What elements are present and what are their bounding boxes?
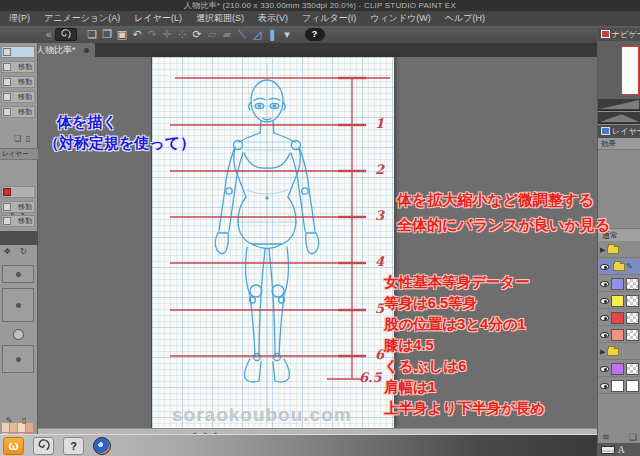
navigator-title: ナビゲー bbox=[612, 30, 640, 39]
subtool-item-selected[interactable] bbox=[1, 46, 35, 58]
layer-row[interactable] bbox=[598, 293, 640, 309]
taskbar-clip-studio-icon[interactable] bbox=[33, 437, 54, 455]
delete-color-icon[interactable]: ▯ bbox=[22, 416, 26, 425]
layer-row[interactable] bbox=[598, 276, 640, 292]
tool-property-box[interactable] bbox=[2, 265, 34, 283]
menu-item-window[interactable]: ウィンドウ(W) bbox=[363, 11, 438, 26]
main-color-swatch[interactable] bbox=[3, 188, 11, 196]
snap-ruler-icon[interactable]: ⟍ bbox=[235, 28, 250, 41]
subtool-thumb-icon bbox=[3, 78, 11, 86]
transform-icon[interactable]: ⊹ bbox=[175, 28, 190, 41]
undo-icon[interactable]: ↶ bbox=[130, 28, 145, 41]
layer-menu-icon[interactable]: ≋ bbox=[602, 432, 610, 442]
move-icon[interactable]: ✛ bbox=[160, 28, 175, 41]
clip-studio-logo-icon[interactable] bbox=[55, 28, 77, 41]
layer-row-paper[interactable] bbox=[598, 378, 640, 394]
pan-tool-icon[interactable]: ✥ bbox=[4, 247, 11, 256]
layer-row-folder[interactable]: ▶ bbox=[598, 344, 640, 360]
new-layer-icon[interactable]: ❏ bbox=[629, 432, 637, 442]
menu-item-page[interactable]: 理(P) bbox=[2, 11, 37, 26]
navigator-thumbnail bbox=[621, 46, 639, 95]
menu-item-help[interactable]: ヘルプ(H) bbox=[438, 11, 492, 26]
layer-property-panel-header[interactable]: レイヤー bbox=[598, 125, 640, 138]
effect-row[interactable]: 効果 bbox=[598, 138, 640, 150]
subtool-item[interactable]: 移動 bbox=[1, 76, 35, 88]
layer-thumbnail bbox=[626, 312, 639, 324]
open-file-icon[interactable]: ❐ bbox=[100, 28, 115, 41]
layer-color-swatch bbox=[611, 363, 624, 375]
menu-item-filter[interactable]: フィルター(I) bbox=[295, 11, 363, 26]
color-swatch[interactable] bbox=[26, 423, 33, 432]
subtool-item[interactable]: 移動 bbox=[1, 215, 35, 227]
redo-icon[interactable]: ↷ bbox=[145, 28, 160, 41]
red-list-item: 肩幅は1 bbox=[384, 377, 545, 398]
edit-pen-icon: ✎ bbox=[626, 262, 633, 271]
rotate-view-icon[interactable]: ↻ bbox=[20, 247, 27, 256]
add-page-icon[interactable]: ❏ bbox=[14, 134, 21, 143]
visibility-eye-icon[interactable] bbox=[600, 366, 609, 372]
ruler-label-2: 2 bbox=[375, 162, 384, 177]
navigator-preview[interactable] bbox=[598, 41, 640, 99]
brush-preview-box[interactable] bbox=[2, 288, 34, 322]
menu-item-animation[interactable]: アニメーション(A) bbox=[37, 11, 127, 26]
subtool-item[interactable]: 移動 bbox=[1, 201, 35, 213]
visibility-eye-icon[interactable] bbox=[600, 383, 609, 389]
title-bar: 人物比率* (210.00 x 330.00mm 350dpi 20.0%) -… bbox=[0, 0, 640, 11]
delete-page-icon[interactable]: ▯ bbox=[26, 134, 30, 143]
red-annotation-top: 体を拡大縮小など微調整する 全体的にバランスが良いか見る bbox=[397, 187, 610, 237]
layer-row[interactable] bbox=[598, 310, 640, 326]
ruler-label-5: 5 bbox=[375, 301, 384, 316]
layer-row[interactable] bbox=[598, 327, 640, 343]
red-list-item: くるぶしは6 bbox=[384, 356, 545, 377]
menu-item-selection[interactable]: 選択範囲(S) bbox=[189, 11, 251, 26]
navigator-rotate-slider[interactable] bbox=[598, 112, 640, 124]
red-annotation-top-line1: 体を拡大縮小など微調整する bbox=[397, 187, 610, 212]
collapse-chevron-icon[interactable]: « bbox=[46, 29, 52, 40]
layer-color-swatch bbox=[611, 312, 624, 324]
menu-item-view[interactable]: 表示(V) bbox=[251, 11, 295, 26]
toolbar-dropdown-icon[interactable]: ▾ bbox=[280, 28, 295, 41]
document-tab[interactable]: 人物比率* bbox=[30, 43, 95, 57]
layer-row-folder-selected[interactable]: ✎ bbox=[598, 259, 640, 275]
navigator-zoom-slider[interactable] bbox=[598, 99, 640, 111]
window-title: 人物比率* (210.00 x 330.00mm 350dpi 20.0%) -… bbox=[184, 1, 456, 10]
subtool-item[interactable]: 移動 bbox=[1, 91, 35, 103]
red-list-item: 等身は6.5等身 bbox=[384, 293, 545, 314]
brush-density-box[interactable] bbox=[2, 345, 34, 373]
menu-item-layer[interactable]: レイヤー(L) bbox=[127, 11, 189, 26]
expand-triangle-icon[interactable]: ▶ bbox=[600, 246, 605, 254]
keyboard-icon[interactable]: ▭▭▭ bbox=[601, 446, 615, 454]
deselect-icon[interactable]: ▱ bbox=[205, 28, 220, 41]
layer-row-folder[interactable]: ▶ bbox=[598, 242, 640, 258]
visibility-eye-icon[interactable] bbox=[600, 315, 609, 321]
subtool-item[interactable]: 移動 bbox=[1, 106, 35, 118]
new-file-icon[interactable]: ❏ bbox=[85, 28, 100, 41]
taskbar: ω ? bbox=[0, 434, 597, 456]
subtool-thumb-icon bbox=[3, 48, 11, 56]
layer-row[interactable] bbox=[598, 361, 640, 377]
taskbar-w-app-icon[interactable]: ω bbox=[3, 437, 24, 455]
rotate-icon[interactable]: ⟳ bbox=[190, 28, 205, 41]
snap-grid-icon[interactable]: ❚ bbox=[265, 28, 280, 41]
save-icon[interactable]: ▣ bbox=[115, 28, 130, 41]
visibility-eye-icon[interactable] bbox=[600, 264, 609, 270]
ime-letter: A bbox=[618, 445, 625, 455]
document-tab-label: 人物比率* bbox=[36, 45, 76, 55]
visibility-eye-icon[interactable] bbox=[600, 332, 609, 338]
snap-special-ruler-icon[interactable]: ◿ bbox=[250, 28, 265, 41]
navigator-panel-header[interactable]: ナビゲー bbox=[598, 28, 640, 41]
tab-close-icon[interactable] bbox=[84, 48, 89, 53]
edit-color-icon[interactable]: ✎ bbox=[6, 416, 13, 425]
visibility-eye-icon[interactable] bbox=[600, 281, 609, 287]
help-icon[interactable]: ? bbox=[305, 28, 325, 41]
taskbar-help-app-icon[interactable]: ? bbox=[63, 437, 84, 455]
expand-triangle-icon[interactable]: ▶ bbox=[600, 348, 605, 356]
taskbar-browser-icon[interactable] bbox=[93, 437, 111, 455]
brush-size-knob[interactable] bbox=[13, 329, 24, 340]
subtool-thumb-icon bbox=[3, 203, 11, 211]
ruler-label-3: 3 bbox=[375, 208, 384, 223]
invert-selection-icon[interactable]: ▰ bbox=[220, 28, 235, 41]
color-row[interactable] bbox=[1, 186, 35, 198]
subtool-item[interactable]: 移動 bbox=[1, 61, 35, 73]
visibility-eye-icon[interactable] bbox=[600, 298, 609, 304]
